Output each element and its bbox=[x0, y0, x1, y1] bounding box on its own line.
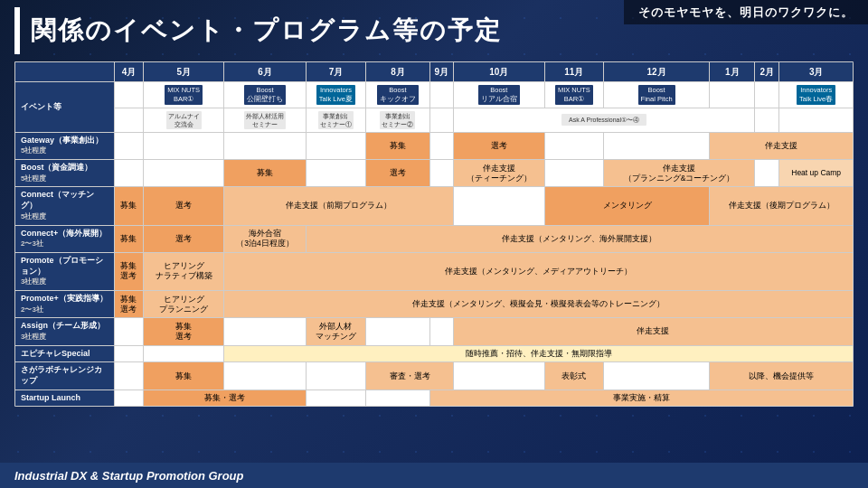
sg-10 bbox=[453, 362, 544, 389]
ep-5 bbox=[143, 345, 224, 362]
boost-heatup: Heat up Camp bbox=[779, 160, 854, 187]
conn-support2: 伴走支援（後期プログラム） bbox=[710, 187, 854, 225]
col-header-3: 3月 bbox=[779, 62, 854, 82]
label-boost: Boost（資金調達）5社程度 bbox=[15, 160, 115, 187]
tag-boost-kickoff: Boostキックオフ bbox=[377, 85, 419, 105]
ep-support: 随時推薦・招待、伴走支援・無期限指導 bbox=[224, 345, 854, 362]
conn-4: 募集 bbox=[115, 187, 144, 225]
event-10: Boostリアル合宿 bbox=[453, 82, 544, 108]
sl-8 bbox=[366, 389, 429, 407]
tag-innovators-natsu: InnovatorsTalk Live夏 bbox=[316, 85, 355, 105]
tag-gaibujinzai: 外部人材活用セミナー bbox=[244, 111, 286, 129]
sg-5: 募集 bbox=[143, 362, 224, 389]
top-bar-text: そのモヤモヤを、明日のワクワクに。 bbox=[638, 5, 854, 19]
pr-5: ヒアリングナラティブ構築 bbox=[143, 252, 224, 290]
col-header-5: 5月 bbox=[143, 62, 224, 82]
col-header-label bbox=[15, 62, 115, 82]
tag-mixnuts2: MIX NUTSBAR① bbox=[555, 85, 593, 105]
sub-event-ask: Ask A Professional①〜④ bbox=[453, 108, 754, 132]
tag-boost-real: Boostリアル合宿 bbox=[478, 85, 520, 105]
as-5: 募集選考 bbox=[143, 318, 224, 345]
col-header-1: 1月 bbox=[710, 62, 755, 82]
event-6: Boost公開壁打ち bbox=[224, 82, 306, 108]
row-promoteplus: Promote+（実践指導）2〜3社 募集選考 ヒアリングプランニング 伴走支援… bbox=[15, 290, 854, 317]
label-promote: Promote（プロモーション）3社程度 bbox=[15, 252, 115, 290]
tag-jigyosozai1: 事業創出セミナー① bbox=[318, 111, 354, 129]
tag-alumni: アルムナイ交流会 bbox=[166, 111, 202, 129]
event-8: Boostキックオフ bbox=[366, 82, 429, 108]
title-accent bbox=[14, 7, 20, 54]
boost-support2: 伴走支援（プランニング&コーチング） bbox=[603, 160, 754, 187]
as-4 bbox=[115, 318, 144, 345]
col-header-9: 9月 bbox=[429, 62, 453, 82]
col-header-12: 12月 bbox=[603, 62, 709, 82]
gw-support: 伴走支援 bbox=[710, 132, 854, 159]
sub-event-8: 事業創出セミナー② bbox=[366, 108, 429, 132]
sg-12 bbox=[603, 362, 709, 389]
col-header-4: 4月 bbox=[115, 62, 144, 82]
label-connect: Connect（マッチング）5社程度 bbox=[15, 187, 115, 225]
tag-boost-kokaiheki: Boost公開壁打ち bbox=[244, 85, 286, 105]
tag-innovators-haru: InnovatorsTalk Live春 bbox=[797, 85, 835, 105]
event-5: MIX NUTSBAR① bbox=[143, 82, 224, 108]
col-header-11: 11月 bbox=[544, 62, 603, 82]
sg-hyoshiki: 表彰式 bbox=[544, 362, 603, 389]
as-6 bbox=[224, 318, 306, 345]
sg-6 bbox=[224, 362, 306, 389]
label-connect-sub: 5社程度 bbox=[21, 212, 46, 221]
sl-boshu: 募集・選考 bbox=[143, 389, 306, 407]
tag-ask-professional: Ask A Professional①〜④ bbox=[561, 114, 646, 126]
cp-6: 海外合宿（3泊4日程度） bbox=[224, 225, 306, 252]
pr-4: 募集選考 bbox=[115, 252, 144, 290]
sg-7 bbox=[306, 362, 366, 389]
event-2 bbox=[755, 82, 779, 108]
pp-4: 募集選考 bbox=[115, 290, 144, 317]
sub-event-7: 事業創出セミナー① bbox=[306, 108, 366, 132]
row-assign: Assign（チーム形成）3社程度 募集選考 外部人材マッチング 伴走支援 bbox=[15, 318, 854, 345]
schedule-table: 4月 5月 6月 7月 8月 9月 10月 11月 12月 1月 2月 3月 bbox=[14, 61, 854, 407]
conn-5: 選考 bbox=[143, 187, 224, 225]
label-assign: Assign（チーム形成）3社程度 bbox=[15, 318, 115, 345]
gw-11 bbox=[544, 132, 603, 159]
label-promoteplus: Promote+（実践指導）2〜3社 bbox=[15, 290, 115, 317]
sl-4 bbox=[115, 389, 144, 407]
label-epichar: エピチャレSpecial bbox=[15, 345, 115, 362]
gw-10: 選考 bbox=[453, 132, 544, 159]
row-gateway: Gateway（事業創出）5社程度 募集 選考 伴走支援 bbox=[15, 132, 854, 159]
col-header-7: 7月 bbox=[306, 62, 366, 82]
gw-8: 募集 bbox=[366, 132, 429, 159]
event-7: InnovatorsTalk Live夏 bbox=[306, 82, 366, 108]
ep-4 bbox=[115, 345, 144, 362]
sg-4 bbox=[115, 362, 144, 389]
cp-5: 選考 bbox=[143, 225, 224, 252]
pr-support: 伴走支援（メンタリング、メディアアウトリーチ） bbox=[224, 252, 854, 290]
sub-event-5: アルムナイ交流会 bbox=[143, 108, 224, 132]
cp-4: 募集 bbox=[115, 225, 144, 252]
sg-senkou: 審査・選考 bbox=[366, 362, 454, 389]
row-promote: Promote（プロモーション）3社程度 募集選考 ヒアリングナラティブ構築 伴… bbox=[15, 252, 854, 290]
boost-7 bbox=[306, 160, 366, 187]
row-connectplus: Connect+（海外展開）2〜3社 募集 選考 海外合宿（3泊4日程度） 伴走… bbox=[15, 225, 854, 252]
gw-4 bbox=[115, 132, 144, 159]
boost-6-boshu: 募集 bbox=[224, 160, 306, 187]
row-events: イベント等 MIX NUTSBAR① Boost公開壁打ち Innovators… bbox=[15, 82, 854, 108]
conn-support1: 伴走支援（前期プログラム） bbox=[224, 187, 453, 225]
event-9 bbox=[429, 82, 453, 108]
gw-7 bbox=[306, 132, 366, 159]
label-gateway-sub: 5社程度 bbox=[21, 146, 46, 155]
sub-event-6: 外部人材活用セミナー bbox=[224, 108, 306, 132]
row-boost: Boost（資金調達）5社程度 募集 選考 伴走支援（ティーチング） 伴走支援（… bbox=[15, 160, 854, 187]
label-connectplus-sub: 2〜3社 bbox=[21, 239, 43, 248]
gw-9 bbox=[429, 132, 453, 159]
event-4 bbox=[115, 82, 144, 108]
boost-8-senkou: 選考 bbox=[366, 160, 429, 187]
sub-event-4 bbox=[115, 108, 144, 132]
as-8 bbox=[366, 318, 429, 345]
bottom-bar: Industrial DX & Startup Promotion Group bbox=[0, 463, 868, 488]
sl-jigyo: 事業実施・精算 bbox=[429, 389, 853, 407]
label-assign-sub: 3社程度 bbox=[21, 333, 46, 341]
bottom-bar-text: Industrial DX & Startup Promotion Group bbox=[14, 469, 244, 483]
col-header-2: 2月 bbox=[755, 62, 779, 82]
row-events-sub: アルムナイ交流会 外部人材活用セミナー 事業創出セミナー① 事業創出セミナー② … bbox=[15, 108, 854, 132]
header-row: 4月 5月 6月 7月 8月 9月 10月 11月 12月 1月 2月 3月 bbox=[15, 62, 854, 82]
